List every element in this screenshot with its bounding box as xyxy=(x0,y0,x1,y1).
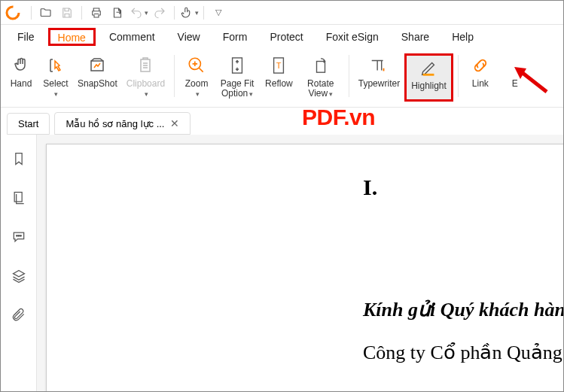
select-label: Select▾ xyxy=(43,79,68,99)
menu-share[interactable]: Share xyxy=(392,28,438,46)
tab-document[interactable]: Mẫu hồ sơ năng lực ... ✕ xyxy=(54,112,191,135)
page-salutation: Kính gửi Quý khách hàng xyxy=(363,298,563,321)
typewriter-label: Typewriter xyxy=(358,79,400,89)
select-tool-button[interactable]: Select▾ xyxy=(38,53,73,102)
app-logo xyxy=(5,5,20,20)
separator xyxy=(458,55,459,97)
page-fit-icon xyxy=(229,55,245,76)
navigation-panel xyxy=(1,135,37,392)
zoom-button[interactable]: Zoom▾ xyxy=(179,53,214,102)
clipboard-label: Clipboard▾ xyxy=(127,79,165,99)
ribbon-group-annotate: Typewriter Highlight xyxy=(354,53,453,102)
separator xyxy=(81,6,82,20)
svg-point-12 xyxy=(20,236,21,237)
qat-more-icon[interactable]: ▽ xyxy=(209,3,228,23)
link-label: Link xyxy=(472,79,489,89)
menu-form[interactable]: Form xyxy=(214,28,257,46)
zoom-icon xyxy=(187,55,206,76)
hand-tool-button[interactable]: Hand xyxy=(4,53,38,102)
touch-mode-icon[interactable]: ▾ xyxy=(179,3,199,23)
reflow-icon: T xyxy=(270,55,287,76)
page-fit-button[interactable]: Page Fit Option▾ xyxy=(214,53,261,102)
page-heading: I. xyxy=(363,175,563,200)
highlight-icon xyxy=(419,57,438,78)
svg-rect-7 xyxy=(316,62,325,73)
menu-foxit-esign[interactable]: Foxit eSign xyxy=(317,28,388,46)
watermark-text: PDF.vn xyxy=(302,105,375,130)
svg-text:T: T xyxy=(276,61,282,70)
svg-rect-8 xyxy=(383,68,385,71)
redo-icon[interactable] xyxy=(150,3,169,23)
separator xyxy=(349,55,349,97)
menu-comment[interactable]: Comment xyxy=(100,28,164,46)
page-fit-label: Page Fit Option▾ xyxy=(218,79,256,99)
print-icon[interactable] xyxy=(87,3,106,23)
open-icon[interactable] xyxy=(36,3,56,23)
highlight-label: Highlight xyxy=(411,81,447,91)
snapshot-button[interactable]: SnapShot xyxy=(73,53,122,102)
svg-point-0 xyxy=(7,7,19,19)
separator xyxy=(31,6,32,20)
highlight-button[interactable]: Highlight xyxy=(404,53,453,102)
document-viewport[interactable]: I. Kính gửi Quý khách hàng Công ty Cổ ph… xyxy=(37,135,563,392)
content-area: I. Kính gửi Quý khách hàng Công ty Cổ ph… xyxy=(1,135,563,392)
ribbon-group-view: Zoom▾ Page Fit Option▾ T Reflow Rotate V… xyxy=(179,53,344,102)
rotate-icon xyxy=(312,55,329,76)
svg-rect-9 xyxy=(14,193,22,202)
undo-icon[interactable]: ▾ xyxy=(129,3,148,23)
snapshot-label: SnapShot xyxy=(78,79,117,89)
layers-icon[interactable] xyxy=(8,266,29,287)
save-icon[interactable] xyxy=(57,3,77,23)
pdf-page: I. Kính gửi Quý khách hàng Công ty Cổ ph… xyxy=(46,144,563,392)
svg-point-10 xyxy=(16,236,17,237)
rotate-view-button[interactable]: Rotate View▾ xyxy=(297,53,344,102)
reflow-button[interactable]: T Reflow xyxy=(261,53,297,102)
separator xyxy=(203,6,204,20)
hand-label: Hand xyxy=(11,79,32,89)
separator xyxy=(174,55,175,97)
menu-home[interactable]: Home xyxy=(48,28,96,46)
zoom-label: Zoom▾ xyxy=(185,79,209,99)
ribbon-toolbar: Hand Select▾ SnapShot Clipboard▾ Zoom▾ P… xyxy=(1,49,563,108)
menu-protect[interactable]: Protect xyxy=(261,28,312,46)
snapshot-icon xyxy=(88,55,106,76)
rotate-label: Rotate View▾ xyxy=(302,79,340,99)
hand-icon xyxy=(12,55,30,76)
export-icon[interactable] xyxy=(108,3,127,23)
clipboard-button[interactable]: Clipboard▾ xyxy=(122,53,169,102)
menu-file[interactable]: File xyxy=(8,28,44,46)
menu-view[interactable]: View xyxy=(169,28,209,46)
menu-help[interactable]: Help xyxy=(443,28,483,46)
page-body-text: Công ty Cổ phần Quảng c xyxy=(363,341,563,364)
separator xyxy=(174,6,175,20)
link-icon xyxy=(471,55,489,76)
typewriter-icon xyxy=(369,55,389,76)
tab-label: Mẫu hồ sơ năng lực ... xyxy=(66,118,164,129)
attachments-icon[interactable] xyxy=(8,305,29,326)
close-icon[interactable]: ✕ xyxy=(170,117,179,129)
reflow-label: Reflow xyxy=(265,79,293,89)
menu-bar: File Home Comment View Form Protect Foxi… xyxy=(1,25,563,49)
annotation-arrow xyxy=(513,65,550,96)
quick-access-toolbar: ▾ ▾ ▽ xyxy=(1,1,563,25)
comments-icon[interactable] xyxy=(8,226,29,248)
select-icon xyxy=(47,55,65,76)
svg-point-11 xyxy=(18,236,20,237)
clipboard-icon xyxy=(136,55,154,76)
bookmarks-icon[interactable] xyxy=(8,148,29,169)
typewriter-button[interactable]: Typewriter xyxy=(354,53,404,102)
pages-icon[interactable] xyxy=(8,187,29,208)
tab-label: Start xyxy=(18,118,38,129)
tab-start[interactable]: Start xyxy=(7,113,50,135)
document-tabbar: Start Mẫu hồ sơ năng lực ... ✕ xyxy=(1,108,563,135)
link-button[interactable]: Link xyxy=(463,53,498,102)
ribbon-group-tools: Hand Select▾ SnapShot Clipboard▾ xyxy=(4,53,169,102)
